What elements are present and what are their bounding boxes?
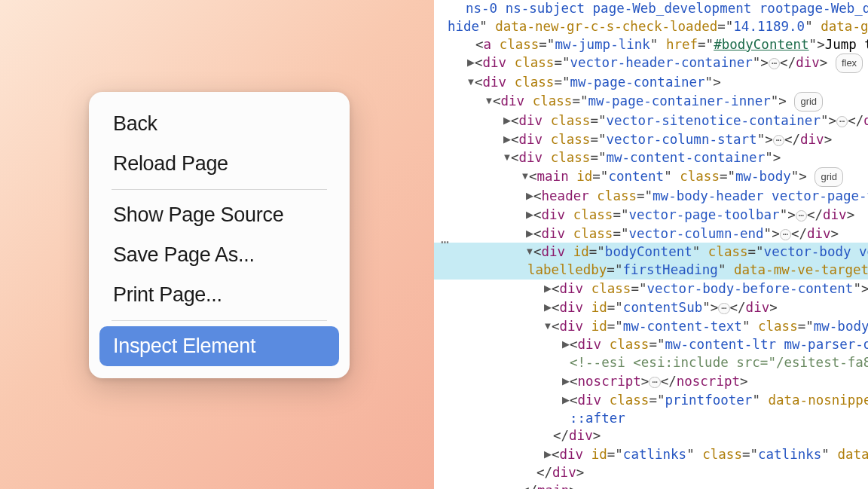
menu-item-save-as[interactable]: Save Page As...: [99, 235, 339, 275]
dom-mw-page-container-inner[interactable]: ▼<div class="mw-page-container-inner"> g…: [434, 92, 868, 112]
dom-body-attrs-line-2[interactable]: hide" data-new-gr-c-s-check-loaded="14.1…: [434, 18, 868, 36]
menu-item-reload[interactable]: Reload Page: [99, 144, 339, 184]
dom-close-div-2[interactable]: </div>: [434, 464, 868, 482]
dom-content-sub[interactable]: ▶<div id="contentSub">⋯</div>: [434, 298, 868, 317]
dom-close-div-1[interactable]: </div>: [434, 427, 868, 445]
dom-printfooter[interactable]: ▶<div class="printfooter" data-nosnippet…: [434, 391, 868, 410]
menu-separator: [112, 189, 327, 190]
dom-body-content-selected[interactable]: ▼<div id="bodyContent" class="vector-bod…: [434, 243, 868, 261]
menu-separator: [112, 320, 327, 321]
context-menu: Back Reload Page Show Page Source Save P…: [89, 92, 350, 378]
dom-noscript[interactable]: ▶<noscript>⋯</noscript>: [434, 372, 868, 391]
dom-main-content[interactable]: ▼<main id="content" class="mw-body"> gri…: [434, 167, 868, 187]
dom-vector-page-toolbar[interactable]: ▶<div class="vector-page-toolbar">⋯</div…: [434, 206, 868, 225]
menu-item-back[interactable]: Back: [99, 104, 339, 144]
dom-body-content-selected-line2[interactable]: labelledby="firstHeading" data-mw-ve-tar…: [434, 261, 868, 280]
dom-body-attrs-line[interactable]: ns-0 ns-subject page-Web_development roo…: [434, 0, 868, 18]
dom-mw-content-ltr[interactable]: ▶<div class="mw-content-ltr mw-parser-ou…: [434, 335, 868, 354]
dom-catlinks[interactable]: ▶<div id="catlinks" class="catlinks" dat…: [434, 445, 868, 464]
dom-vector-body-before-content[interactable]: ▶<div class="vector-body-before-content"…: [434, 280, 868, 298]
dom-mw-body-header[interactable]: ▶<header class="mw-body-header vector-pa…: [434, 187, 868, 206]
dom-pseudo-after[interactable]: ::after: [434, 410, 868, 428]
dom-mw-content-text[interactable]: ▼<div id="mw-content-text" class="mw-bod…: [434, 317, 868, 336]
dom-mw-page-container[interactable]: ▼<div class="mw-page-container">: [434, 73, 868, 92]
dom-mw-content-container[interactable]: ▼<div class="mw-content-container">: [434, 148, 868, 167]
menu-item-inspect-element[interactable]: Inspect Element: [99, 326, 339, 366]
devtools-elements-panel[interactable]: ns-0 ns-subject page-Web_development roo…: [434, 0, 868, 489]
dom-vector-header-container[interactable]: ▶<div class="vector-header-container">⋯<…: [434, 53, 868, 73]
gutter-truncation-icon: …: [441, 231, 449, 246]
menu-item-show-source[interactable]: Show Page Source: [99, 195, 339, 235]
dom-vector-column-start[interactable]: ▶<div class="vector-column-start">⋯</div…: [434, 130, 868, 149]
menu-item-print[interactable]: Print Page...: [99, 275, 339, 315]
dom-esi-comment[interactable]: <!--esi <esi:include src="/esitest-fa8a4…: [434, 354, 868, 372]
dom-a-jump-link[interactable]: <a class="mw-jump-link" href="#bodyConte…: [434, 36, 868, 54]
dom-vector-sitenotice-container[interactable]: ▶<div class="vector-sitenotice-container…: [434, 112, 868, 130]
dom-close-main[interactable]: </main>: [434, 482, 868, 489]
dom-vector-column-end[interactable]: ▶<div class="vector-column-end">⋯</div>: [434, 225, 868, 243]
